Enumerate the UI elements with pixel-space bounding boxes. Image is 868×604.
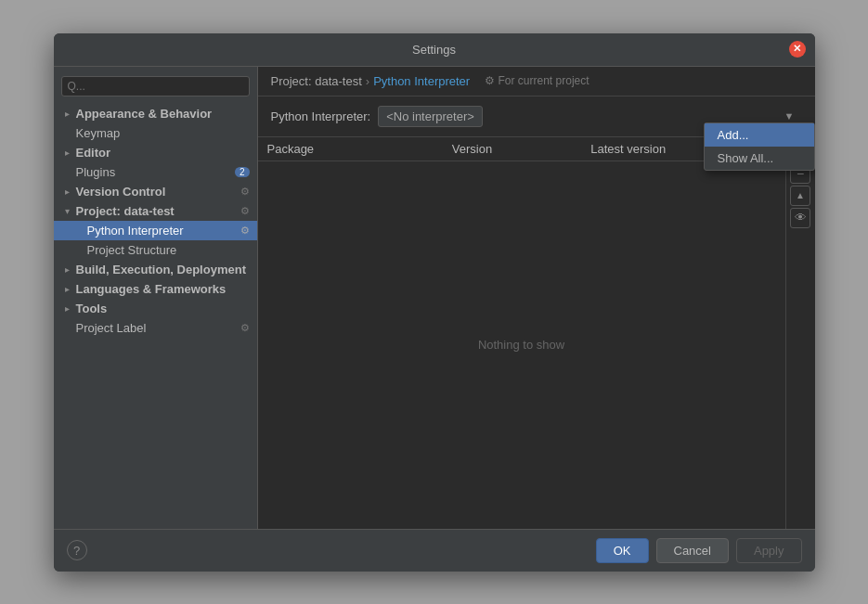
dropdown-item-add[interactable]: Add... xyxy=(705,123,814,147)
arrow-icon xyxy=(65,264,76,275)
interpreter-row: Python Interpreter: <No interpreter> ▼ A… xyxy=(258,96,815,137)
arrow-icon xyxy=(65,148,76,158)
sidebar-item-label: Plugins xyxy=(76,165,116,179)
sidebar-item-label: Editor xyxy=(76,146,111,160)
sidebar-item-editor[interactable]: Editor xyxy=(54,143,257,162)
dropdown-arrow-icon: ▼ xyxy=(784,110,795,122)
arrow-icon xyxy=(65,303,76,314)
interpreter-select[interactable]: <No interpreter> xyxy=(378,106,483,127)
settings-dialog: Settings ✕ Appearance & Behavior Keymap … xyxy=(54,33,815,572)
interpreter-dropdown-menu: Add... Show All... xyxy=(704,122,815,171)
sidebar-item-languages[interactable]: Languages & Frameworks xyxy=(54,279,257,299)
apply-button[interactable]: Apply xyxy=(736,538,802,563)
search-input[interactable] xyxy=(61,76,250,96)
for-project-label: ⚙ For current project xyxy=(485,74,589,87)
sidebar-item-label: Tools xyxy=(76,302,108,315)
breadcrumb-separator: › xyxy=(366,74,369,88)
breadcrumb: Project: data-test › Python Interpreter … xyxy=(258,67,815,96)
sidebar-item-project[interactable]: Project: data-test ⚙ xyxy=(54,201,257,221)
sidebar-item-appearance[interactable]: Appearance & Behavior xyxy=(54,104,257,123)
sidebar-item-label: Appearance & Behavior xyxy=(76,107,213,121)
right-actions: + − ▲ 👁 xyxy=(785,137,815,529)
footer-buttons: OK Cancel Apply xyxy=(596,538,802,563)
title-bar: Settings ✕ xyxy=(54,33,815,67)
sidebar-item-label: Keymap xyxy=(76,126,121,140)
sidebar-item-version-control[interactable]: Version Control ⚙ xyxy=(54,182,257,201)
dialog-body: Appearance & Behavior Keymap Editor Plug… xyxy=(54,67,815,529)
sidebar-item-label: Python Interpreter xyxy=(87,224,184,238)
settings-icon: ⚙ xyxy=(240,225,250,237)
sidebar-item-tools[interactable]: Tools xyxy=(54,299,257,318)
up-button[interactable]: ▲ xyxy=(790,186,810,206)
arrow-icon xyxy=(65,284,76,294)
sidebar-item-build[interactable]: Build, Execution, Deployment xyxy=(54,260,257,279)
sidebar-item-label: Build, Execution, Deployment xyxy=(76,263,246,276)
settings-icon: ⚙ xyxy=(240,205,250,217)
empty-label: Nothing to show xyxy=(478,338,564,352)
arrow-icon xyxy=(65,109,76,119)
breadcrumb-page: Python Interpreter xyxy=(373,74,470,88)
sidebar-item-python-interpreter[interactable]: Python Interpreter ⚙ xyxy=(54,221,257,240)
col-version-header: Version xyxy=(452,142,590,156)
ok-button[interactable]: OK xyxy=(596,538,649,563)
package-table-area: Package Version Latest version Nothing t… xyxy=(258,137,815,529)
interpreter-label: Python Interpreter: xyxy=(271,109,371,123)
sidebar-item-label: Languages & Frameworks xyxy=(76,282,227,296)
sidebar-item-plugins[interactable]: Plugins 2 xyxy=(54,162,257,182)
settings-icon: ⚙ xyxy=(240,322,250,334)
arrow-icon xyxy=(65,206,76,216)
eye-button[interactable]: 👁 xyxy=(790,208,810,228)
dialog-title: Settings xyxy=(412,43,456,57)
arrow-icon xyxy=(65,186,76,197)
sidebar-item-project-label[interactable]: Project Label ⚙ xyxy=(54,318,257,338)
main-content: Project: data-test › Python Interpreter … xyxy=(258,67,815,529)
breadcrumb-project: Project: data-test xyxy=(271,74,362,88)
cancel-button[interactable]: Cancel xyxy=(656,538,729,563)
plugins-badge: 2 xyxy=(235,167,250,177)
settings-icon: ⚙ xyxy=(240,186,250,198)
help-button[interactable]: ? xyxy=(67,540,87,560)
footer: ? OK Cancel Apply xyxy=(54,529,815,572)
sidebar: Appearance & Behavior Keymap Editor Plug… xyxy=(54,67,258,529)
close-button[interactable]: ✕ xyxy=(789,41,806,58)
sidebar-item-project-structure[interactable]: Project Structure xyxy=(54,240,257,260)
sidebar-item-label: Version Control xyxy=(76,185,166,199)
dropdown-item-show-all[interactable]: Show All... xyxy=(705,147,814,170)
sidebar-item-keymap[interactable]: Keymap xyxy=(54,123,257,143)
table-body: Nothing to show xyxy=(258,161,785,529)
col-package-header: Package xyxy=(267,142,452,156)
sidebar-item-label: Project Label xyxy=(76,321,147,335)
sidebar-item-label: Project Structure xyxy=(87,243,177,257)
package-area: Package Version Latest version Nothing t… xyxy=(258,137,785,529)
sidebar-item-label: Project: data-test xyxy=(76,204,175,218)
